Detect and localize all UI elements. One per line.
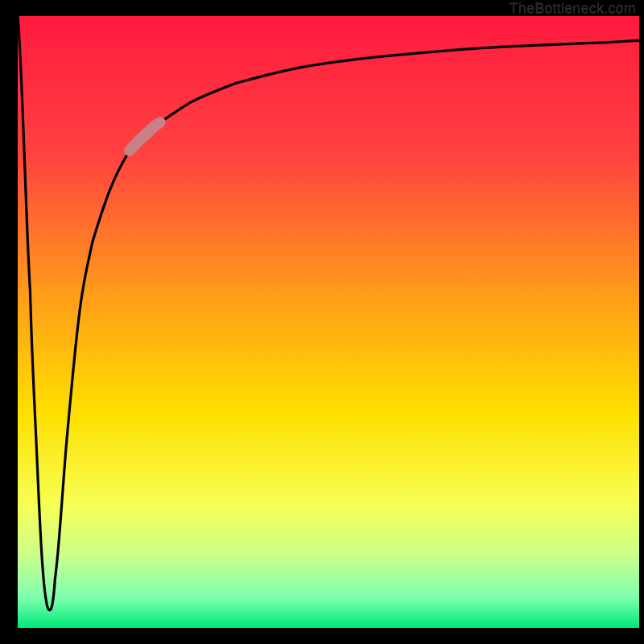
attribution-watermark: TheBottleneck.com bbox=[510, 0, 636, 17]
chart-container: TheBottleneck.com bbox=[0, 0, 644, 644]
chart-foreground bbox=[0, 0, 644, 644]
